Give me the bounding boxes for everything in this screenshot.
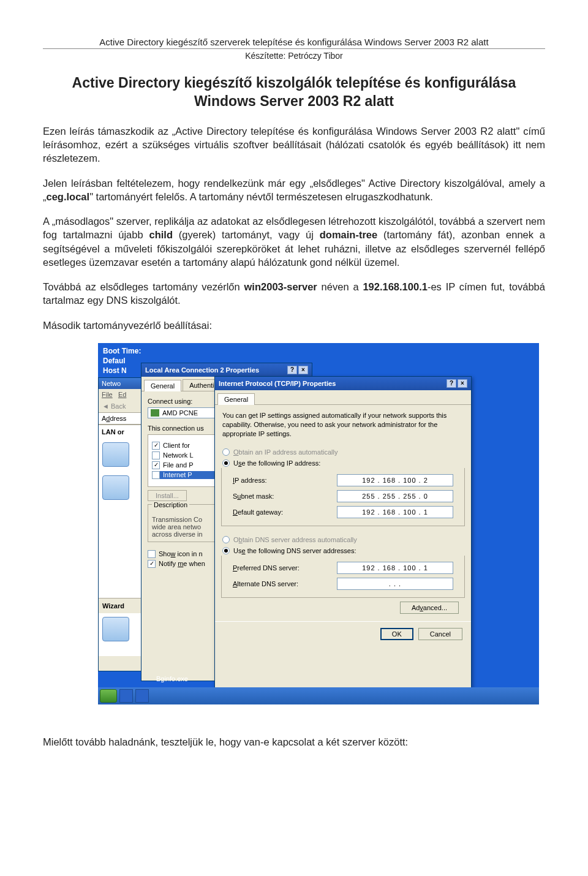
paragraph-6: Mielőtt tovább haladnánk, teszteljük le,… xyxy=(43,735,545,749)
adapter-name: AMD PCNE xyxy=(162,409,198,417)
radio-obtain-dns-auto: Obtain DNS server address automatically xyxy=(222,536,465,543)
taskbar-item[interactable] xyxy=(119,689,133,703)
radio-icon xyxy=(222,547,230,554)
checkbox-show-icon[interactable] xyxy=(148,550,156,558)
radio-icon xyxy=(222,448,230,456)
help-button[interactable]: ? xyxy=(287,366,297,374)
tcp-description: You can get IP settings assigned automat… xyxy=(221,411,465,439)
radio-use-dns[interactable]: Use the following DNS server addresses: xyxy=(222,547,465,554)
subnet-label: Subnet mask: xyxy=(233,493,331,500)
gateway-input[interactable]: 192 . 168 . 100 . 1 xyxy=(337,506,453,518)
gateway-label: Default gateway: xyxy=(233,508,331,516)
install-button[interactable]: Install... xyxy=(148,490,187,501)
desktop-default: Defaul xyxy=(103,357,126,365)
p3-c: (gyerek) tartományt, vagy új xyxy=(173,229,320,240)
author-line: Készítette: Petróczy Tibor xyxy=(43,51,545,61)
item-client: Client for xyxy=(163,442,190,449)
document-title: Active Directory kiegészítő kiszolgálók … xyxy=(43,74,545,111)
wizard-icon[interactable] xyxy=(102,617,129,641)
tcp-tabs: General xyxy=(215,390,471,405)
connection-icon[interactable] xyxy=(102,475,129,500)
checkbox[interactable] xyxy=(152,451,160,459)
nic-icon xyxy=(151,409,159,417)
paragraph-5: Második tartományvezérlő beállításai: xyxy=(43,319,545,332)
alt-dns-input[interactable]: . . . xyxy=(337,578,453,590)
checkbox[interactable]: ✓ xyxy=(152,442,160,450)
radio-obtain-ip-auto[interactable]: Obtain an IP address automatically xyxy=(222,448,465,456)
alt-dns-label: Alternate DNS server: xyxy=(233,580,331,587)
p4-bold-ip: 192.168.100.1 xyxy=(363,281,428,292)
item-internet-protocol: Internet P xyxy=(163,471,192,478)
start-button[interactable] xyxy=(100,689,117,703)
paragraph-1: Ezen leírás támaszkodik az „Active Direc… xyxy=(43,124,545,165)
pref-dns-label: Preferred DNS server: xyxy=(233,564,331,572)
taskbar-item[interactable] xyxy=(135,689,149,703)
screenshot-tcpip-settings: Boot Time: Defaul Host N Netwo File Ed ◄… xyxy=(98,343,539,704)
help-button[interactable]: ? xyxy=(447,379,456,388)
p2-text-c: " tartományért felelős. A tartomány névt… xyxy=(89,191,433,202)
tab-general[interactable]: General xyxy=(144,380,181,391)
close-icon[interactable]: × xyxy=(458,379,467,388)
cancel-button[interactable]: Cancel xyxy=(418,628,462,640)
lac-title: Local Area Connection 2 Properties xyxy=(145,366,259,374)
close-icon[interactable]: × xyxy=(298,366,308,374)
description-legend: Description xyxy=(152,501,189,508)
p4-c: néven a xyxy=(317,281,363,292)
tab-general[interactable]: General xyxy=(217,393,255,405)
item-file-print: File and P xyxy=(163,461,194,469)
desktop-bginfo: Bginfo.exe xyxy=(156,675,188,682)
ok-button[interactable]: OK xyxy=(380,628,413,640)
radio-label: Obtain an IP address automatically xyxy=(233,448,337,456)
p4-a: Továbbá az elsődleges tartomány vezérlőn xyxy=(43,281,244,292)
radio-label: Obtain DNS server address automatically xyxy=(233,536,357,543)
p4-bold-server: win2003-server xyxy=(244,281,317,292)
taskbar[interactable] xyxy=(98,687,539,704)
desktop-hostn: Host N xyxy=(103,366,127,375)
connection-icon[interactable] xyxy=(102,442,129,467)
desktop-boot-time: Boot Time: xyxy=(103,347,141,355)
radio-icon xyxy=(222,459,230,467)
window-tcpip-properties: Internet Protocol (TCP/IP) Properties ? … xyxy=(214,376,472,695)
show-icon-label: Show icon in n xyxy=(159,550,203,557)
back-label: Back xyxy=(111,402,126,410)
subnet-input[interactable]: 255 . 255 . 255 . 0 xyxy=(337,490,453,502)
lac-titlebar[interactable]: Local Area Connection 2 Properties ? × xyxy=(141,363,312,377)
notify-label: Notify me when xyxy=(159,560,205,567)
radio-use-ip[interactable]: Use the following IP address: xyxy=(222,459,465,467)
radio-icon xyxy=(222,536,230,543)
checkbox[interactable]: ✓ xyxy=(152,461,160,469)
ip-address-input[interactable]: 192 . 168 . 100 . 2 xyxy=(337,474,453,486)
tcp-title: Internet Protocol (TCP/IP) Properties xyxy=(219,380,336,387)
paragraph-3: A „másodlagos" szerver, replikálja az ad… xyxy=(43,214,545,269)
menu-file[interactable]: File xyxy=(102,391,113,398)
advanced-button[interactable]: Advanced... xyxy=(400,602,459,614)
pref-dns-input[interactable]: 192 . 168 . 100 . 1 xyxy=(337,562,453,574)
radio-label: Use the following DNS server addresses: xyxy=(233,547,356,554)
ip-address-label: IP address: xyxy=(233,477,331,484)
paragraph-4: Továbbá az elsődleges tartomány vezérlőn… xyxy=(43,280,545,308)
radio-label: Use the following IP address: xyxy=(233,459,320,467)
p3-bold-domaintree: domain-tree xyxy=(320,229,377,240)
tcp-titlebar[interactable]: Internet Protocol (TCP/IP) Properties ? … xyxy=(215,377,471,390)
item-network-lb: Network L xyxy=(163,451,194,459)
p3-bold-child: child xyxy=(149,229,173,240)
menu-edit[interactable]: Ed xyxy=(118,391,126,398)
checkbox[interactable]: ✓ xyxy=(152,471,160,479)
p2-bold-domain: ceg.local xyxy=(47,191,90,202)
paragraph-2: Jelen leírásban feltételezem, hogy rende… xyxy=(43,176,545,204)
checkbox-notify[interactable]: ✓ xyxy=(148,560,156,568)
running-title: Active Directory kiegészítő szerverek te… xyxy=(43,37,545,49)
